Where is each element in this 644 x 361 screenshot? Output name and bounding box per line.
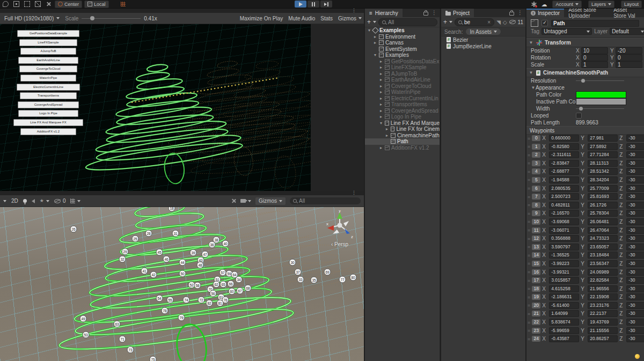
waypoint-badge[interactable]: 56 [210,290,217,297]
drag-handle-icon[interactable]: = [528,312,530,315]
search-scope-dropdown[interactable]: In Assets [466,28,501,35]
waypoint-row[interactable]: =19X-2.186631Y22.15908Z-30Roll [526,293,644,300]
waypoint-badge[interactable]: 73 [127,347,134,353]
gameobject-icon[interactable] [531,19,538,27]
tag-dropdown[interactable]: Untagged [541,28,592,35]
waypoint-badge[interactable]: 29 [122,248,129,255]
waypoint-badge[interactable]: 26 [70,226,77,233]
drag-handle-icon[interactable]: = [528,153,530,157]
waypoint-x-field[interactable]: 2.080535 [549,185,579,192]
waypoint-z-field[interactable]: -30 [626,143,644,150]
waypoint-badge[interactable]: 54 [156,295,163,302]
waypoint-z-field[interactable]: -30 [626,302,644,309]
waypoint-y-field[interactable]: 19.43769 [588,319,618,326]
effects-dropdown[interactable]: ★ [40,198,49,203]
axis-field[interactable]: 1 [581,61,608,68]
waypoint-row[interactable]: =8X0.482811Y26.1726Z-30Roll [526,202,644,209]
custom-tool-icon[interactable] [43,1,53,8]
waypoint-x-field[interactable]: 5.838674 [549,319,579,326]
tab-hierarchy[interactable]: ≡Hierarchy [365,9,402,17]
waypoint-badge[interactable]: 78 [162,307,169,314]
waypoint-x-field[interactable]: -3.69068 [549,218,579,225]
foldout-closed-icon[interactable]: ▸ [379,102,383,107]
foldout-closed-icon[interactable]: ▸ [379,108,383,113]
waypoint-row[interactable]: =4X-2.68877Y28.51342Z-30Roll [526,168,644,175]
drag-handle-icon[interactable]: = [528,220,530,223]
pane-menu-icon[interactable]: ⋮ [352,190,356,195]
waypoint-row[interactable]: =18X4.615258Y21.96556Z-30Roll [526,285,644,292]
hierarchy-item[interactable]: ▾Line FX And Marque [365,120,440,127]
waypoint-row[interactable]: =12X0.356888Y24.73323Z-30Roll [526,235,644,242]
waypoint-x-field[interactable]: 3.590797 [549,244,579,251]
drag-handle-icon[interactable]: = [528,262,530,265]
drag-handle-icon[interactable]: = [528,203,530,207]
waypoint-z-field[interactable]: -30 [626,168,644,175]
move-tool-icon[interactable] [11,1,21,8]
hierarchy-item[interactable]: ▸Line FX for Cinem [365,126,440,132]
hierarchy-item[interactable]: ▾Examples [365,52,440,58]
waypoint-y-field[interactable]: 27.71284 [588,151,618,158]
project-search-input[interactable]: be× [455,18,494,26]
waypoint-badge[interactable]: 44 [179,259,186,266]
waypoint-badge[interactable]: 28 [145,230,152,237]
drag-handle-icon[interactable]: = [528,229,530,232]
hierarchy-item[interactable]: ▸Logo In Pipe [365,114,440,120]
hierarchy-item[interactable]: ▸CovergeAndSpread [365,108,440,114]
waypoint-badge[interactable]: 37 [295,269,302,276]
waypoint-z-field[interactable]: -30 [626,319,644,326]
foldout-closed-icon[interactable]: ▸ [379,114,383,119]
waypoint-row[interactable]: =13X3.590797Y23.65057Z-30Roll [526,244,644,251]
slider-knob[interactable] [90,16,94,20]
waypoint-row[interactable]: =14X-1.36525Y23.18484Z-30Roll [526,252,644,259]
waypoint-badge[interactable]: 47 [202,251,209,258]
active-checkbox[interactable]: ✓ [541,20,548,26]
inactive-path-color-swatch[interactable] [576,98,626,105]
demo-button[interactable]: ElectricCurrentInLine [17,84,80,91]
waypoint-y-field[interactable]: 25.78304 [588,210,618,217]
demo-button[interactable]: GetPositionsDataExample [17,30,79,37]
demo-button[interactable]: LineFXSample [19,39,77,46]
tab-project[interactable]: Project [441,9,474,17]
waypoint-y-field[interactable]: 23.56347 [588,260,618,267]
waypoint-badge[interactable]: 48 [197,262,204,269]
waypoint-z-field[interactable]: -30 [626,135,644,142]
drag-handle-icon[interactable]: = [528,296,530,299]
lock-icon[interactable] [509,12,514,16]
waypoint-badge[interactable]: 39 [190,249,197,256]
collab-icon[interactable] [531,2,537,7]
waypoint-badge[interactable]: 35 [311,277,318,284]
waypoint-row[interactable]: =23X-5.99659Y21.15556Z-30Roll [526,327,644,334]
demo-button[interactable]: TransportItems [20,92,77,99]
waypoint-x-field[interactable]: -2.83847 [549,160,579,167]
drag-handle-icon[interactable]: = [528,212,530,215]
waypoint-x-field[interactable]: -5.99659 [549,327,579,334]
hierarchy-item[interactable]: ▸CovergeToCloud [365,83,440,90]
waypoint-y-field[interactable]: 24.73323 [588,235,618,242]
drag-handle-icon[interactable]: = [528,329,530,332]
waypoint-x-field[interactable]: -1.94588 [549,176,579,183]
waypoint-x-field[interactable]: -3.06071 [549,227,579,234]
waypoint-badge[interactable]: 42 [150,271,157,278]
waypoint-badge[interactable]: 32 [119,256,126,263]
scene-search-input[interactable]: All [290,197,361,204]
demo-button[interactable]: AJumpToB [20,48,76,55]
drag-handle-icon[interactable]: = [528,245,530,248]
grid-snap-icon[interactable] [119,1,128,8]
waypoint-z-field[interactable]: -30 [626,160,644,167]
waypoint-z-field[interactable]: -30 [626,202,644,209]
resolution-dropdown[interactable]: Full HD (1920x1080) [2,14,62,22]
looped-checkbox[interactable] [576,113,582,119]
foldout-closed-icon[interactable]: ▸ [379,71,383,76]
view-tool-icon[interactable] [1,1,10,8]
chevron-down-icon[interactable] [449,21,452,23]
panel-menu-icon[interactable]: ⋮ [517,11,523,15]
drag-handle-icon[interactable]: = [528,304,530,307]
waypoint-badge[interactable]: 55 [167,297,174,304]
waypoint-z-field[interactable]: -30 [626,210,644,217]
waypoint-badge[interactable]: 75 [150,356,157,361]
waypoint-row[interactable]: =9X-2.16570Y25.78304Z-30Roll [526,210,644,217]
waypoint-x-field[interactable]: -0.43587 [549,335,579,342]
audio-toggle-icon[interactable] [32,199,35,203]
waypoint-y-field[interactable]: 23.23176 [588,302,618,309]
foldout-open-icon[interactable]: ▾ [367,28,371,33]
